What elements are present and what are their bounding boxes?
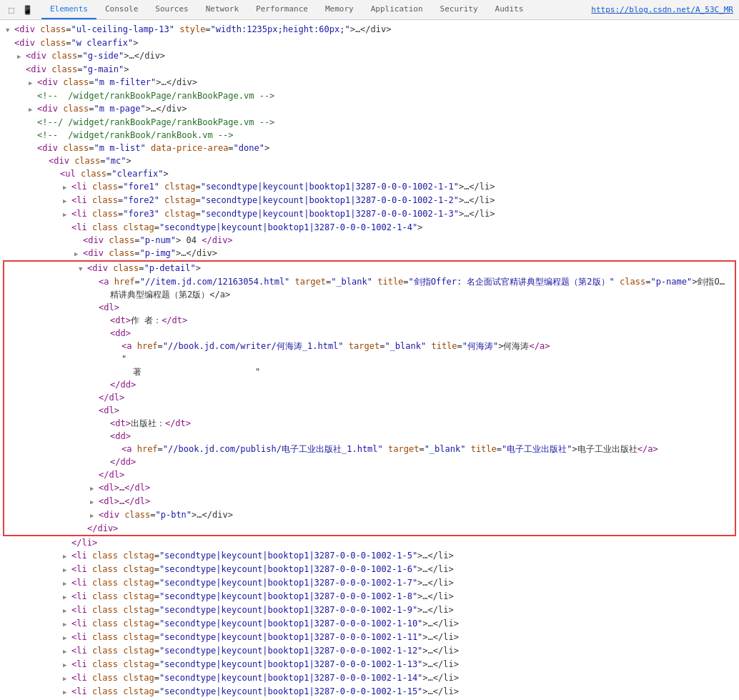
line-content: " [121, 353, 729, 365]
line-content: <li class clstag="secondtype|keycount|bo… [71, 617, 733, 630]
line-content: <!--/ /widget/rankBookPage/rankBookPage.… [37, 116, 733, 129]
expand-arrow-closed[interactable] [63, 685, 71, 699]
line-content: <!-- /widget/rankBookPage/rankBookPage.v… [37, 89, 733, 102]
tab-audits[interactable]: Audits [487, 0, 532, 19]
html-line: <!-- /widget/rankBook/rankBook.vm --> [0, 129, 739, 142]
line-content: </dl> [99, 391, 729, 404]
tab-application[interactable]: Application [362, 0, 432, 19]
html-line: " [4, 353, 735, 365]
html-line: 著 " [4, 365, 735, 378]
line-content: <div class="p-img">…</div> [83, 247, 733, 260]
html-line: <li class="fore2" clstag="secondtype|key… [0, 194, 739, 207]
tab-security[interactable]: Security [432, 0, 487, 19]
tab-console[interactable]: Console [96, 0, 147, 19]
tab-elements[interactable]: Elements [41, 0, 96, 19]
line-content: <dd> [110, 327, 729, 340]
html-line: <li class="fore1" clstag="secondtype|key… [0, 180, 739, 194]
html-line: 精讲典型编程题（第2版）</a> [4, 288, 735, 301]
html-line: <li class clstag="secondtype|keycount|bo… [0, 563, 739, 576]
expand-arrow-closed[interactable] [63, 631, 71, 644]
html-line: <dl>…</dl> [4, 495, 735, 508]
html-line: <dt>作 者：</dt> [4, 314, 735, 327]
expand-arrow-open[interactable] [6, 23, 14, 36]
line-content: <div class="m m-page">…</div> [37, 102, 733, 115]
html-line: <li class clstag="secondtype|keycount|bo… [0, 658, 739, 671]
html-line: <li class clstag="secondtype|keycount|bo… [0, 549, 739, 563]
expand-arrow-closed[interactable] [63, 194, 71, 207]
html-line: <div class="ul-ceiling-lamp-13" style="w… [0, 23, 739, 36]
html-line: </dd> [4, 455, 735, 468]
line-content: </dl> [99, 468, 729, 481]
expand-arrow-closed[interactable] [63, 617, 71, 631]
expand-arrow-closed[interactable] [90, 481, 99, 495]
line-content: <!-- /widget/rankBook/rankBook.vm --> [37, 129, 733, 142]
line-content: <ul class="clearfix"> [60, 167, 733, 180]
html-line: <dt>出版社：</dt> [4, 417, 735, 430]
tab-performance[interactable]: Performance [247, 0, 317, 19]
page-url[interactable]: https://blog.csdn.net/A_53C_MR [591, 5, 733, 14]
expand-arrow-closed[interactable] [63, 180, 71, 194]
line-content: <div class="m m-filter">…</div> [37, 76, 733, 89]
html-line: <dd> [4, 327, 735, 340]
expand-arrow-closed[interactable] [90, 508, 99, 522]
expand-arrow-closed[interactable] [63, 603, 71, 617]
expand-arrow-closed[interactable] [63, 590, 71, 603]
html-line: <li class clstag="secondtype|keycount|bo… [0, 617, 739, 631]
devtools-topbar: ⬚ 📱 ElementsConsoleSourcesNetworkPerform… [0, 0, 739, 20]
html-line: <div class="m m-list" data-price-area="d… [0, 142, 739, 154]
html-line: <li class clstag="secondtype|keycount|bo… [0, 576, 739, 590]
line-content: <dl>…</dl> [99, 495, 729, 508]
tab-memory[interactable]: Memory [317, 0, 362, 19]
tab-network[interactable]: Network [197, 0, 247, 19]
line-content: <li class clstag="secondtype|keycount|bo… [71, 603, 733, 616]
line-content: <li class clstag="secondtype|keycount|bo… [71, 631, 733, 644]
tab-sources[interactable]: Sources [147, 0, 197, 19]
devtools-icons: ⬚ 📱 [6, 4, 33, 16]
line-content: <div class="m m-list" data-price-area="d… [37, 142, 733, 154]
html-line: <li class clstag="secondtype|keycount|bo… [0, 644, 739, 658]
expand-arrow-closed[interactable] [63, 671, 71, 685]
line-content: </li> [71, 536, 733, 549]
cursor-icon[interactable]: ⬚ [6, 4, 17, 16]
line-content: <div class="g-main"> [26, 63, 733, 76]
html-line: </dl> [4, 391, 735, 404]
line-content: <li class clstag="secondtype|keycount|bo… [71, 221, 733, 234]
html-line: </dl> [4, 468, 735, 481]
expand-arrow-closed[interactable] [63, 644, 71, 658]
line-content: <li class clstag="secondtype|keycount|bo… [71, 590, 733, 603]
line-content: </dd> [110, 378, 729, 391]
expand-arrow-closed[interactable] [29, 76, 37, 89]
line-content: <dl> [99, 404, 729, 417]
expand-arrow-closed[interactable] [63, 576, 71, 590]
mobile-icon[interactable]: 📱 [21, 4, 33, 16]
expand-arrow-closed[interactable] [63, 549, 71, 563]
html-line: <dl> [4, 301, 735, 314]
expand-arrow-closed[interactable] [90, 495, 99, 508]
expand-arrow-closed[interactable] [63, 658, 71, 671]
line-content: <li class clstag="secondtype|keycount|bo… [71, 549, 733, 562]
html-line: <li class clstag="secondtype|keycount|bo… [0, 590, 739, 603]
expand-arrow-closed[interactable] [17, 49, 26, 63]
line-content: <dd> [110, 430, 729, 443]
html-line: <div class="m m-filter">…</div> [0, 76, 739, 89]
html-line: <div class="w clearfix"> [0, 36, 739, 49]
expand-arrow-closed[interactable] [63, 563, 71, 576]
html-line: <li class clstag="secondtype|keycount|bo… [0, 603, 739, 617]
line-content: <dl> [99, 301, 729, 314]
html-line: <dl> [4, 404, 735, 417]
line-content: <li class clstag="secondtype|keycount|bo… [71, 671, 733, 684]
expand-arrow-closed[interactable] [29, 102, 37, 116]
line-content: </div> [87, 522, 729, 535]
line-content: <li class clstag="secondtype|keycount|bo… [71, 644, 733, 657]
html-line: <div class="g-side">…</div> [0, 49, 739, 63]
html-line: <li class clstag="secondtype|keycount|bo… [0, 631, 739, 644]
html-line: <!--/ /widget/rankBookPage/rankBookPage.… [0, 116, 739, 129]
expand-arrow-open[interactable] [79, 262, 87, 275]
html-line: <li class="fore3" clstag="secondtype|key… [0, 207, 739, 221]
expand-arrow-closed[interactable] [63, 207, 71, 221]
line-content: 著 " [133, 365, 729, 378]
expand-arrow-closed[interactable] [74, 247, 83, 260]
line-content: <div class="mc"> [49, 154, 733, 167]
html-line: </li> [0, 536, 739, 549]
html-line: </dd> [4, 378, 735, 391]
